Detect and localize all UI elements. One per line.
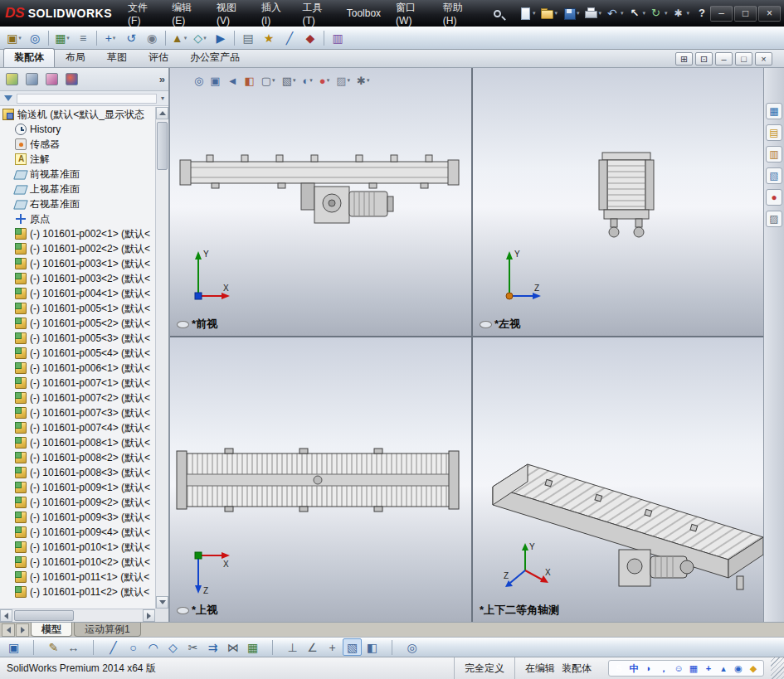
tab-scroll-right-button[interactable] [16,623,29,637]
tree-item[interactable]: (-) 101601-p008<1> (默认< [0,435,155,450]
tree-item[interactable]: (-) 101601-p011<2> (默认< [0,584,155,599]
arc-button[interactable]: ◠ [144,638,163,656]
linear-component-pattern-button[interactable]: ▦ ▾ [52,28,72,48]
tree-item[interactable]: (-) 101601-p005<1> (默认< [0,301,155,316]
trim-entities-button[interactable]: ✂ [183,638,202,656]
viewport-isometric[interactable]: Y X Z *上下二等角轴测 [473,337,763,622]
menu-item[interactable]: Toolbox [339,0,388,27]
new-document-button[interactable]: ▾ [516,3,538,23]
command-tab[interactable]: 办公室产品 [179,48,251,67]
dropdown-caret-icon[interactable]: ▾ [533,10,536,17]
tree-item[interactable]: (-) 101601-p006<1> (默认< [0,361,155,376]
window-maximize-button[interactable]: □ [734,6,757,22]
scroll-right-button[interactable] [143,609,155,622]
dropdown-caret-icon[interactable]: ▾ [184,35,187,41]
viewport-front[interactable]: ◎ ▾ ▣ ▾ ◄ ▾ ◧ ▾ [170,68,471,336]
viewport-layout-button[interactable]: ⊞ [675,52,693,65]
exploded-view-button[interactable]: ★ ▾ [259,28,279,48]
view-palette-tab[interactable]: ▧ [766,167,782,184]
edit-appearance-button[interactable]: ● ▾ [317,72,332,89]
custom-properties-tab[interactable]: ▨ [766,211,782,227]
ime-user-button[interactable]: ◉ [732,662,745,675]
tree-item[interactable]: (-) 101601-p005<2> (默认< [0,316,155,331]
rotate-component-button[interactable]: ↺ ▾ [121,28,141,48]
tree-item[interactable]: (-) 101601-p009<2> (默认< [0,495,155,510]
dropdown-caret-icon[interactable]: ▾ [203,35,207,41]
viewport-splitter-horizontal[interactable] [170,336,763,337]
menu-item[interactable]: 文件(F) [120,0,164,27]
tree-item[interactable]: 原点 [0,211,155,226]
vertical-scroll-thumb[interactable] [157,122,168,170]
tree-item[interactable]: 前视基准面 [0,167,155,182]
view-settings-button[interactable]: ✱ ▾ [354,72,372,89]
zoom-to-fit-button[interactable]: ◎ ▾ [192,72,206,89]
show-hidden-components-button[interactable]: ◉ ▾ [142,28,162,48]
circle-button[interactable]: ○ [124,638,143,656]
command-tab[interactable]: 评估 [138,48,179,67]
tree-item[interactable]: (-) 101601-p005<4> (默认< [0,346,155,361]
tree-horizontal-scrollbar[interactable] [0,609,155,622]
rebuild-button[interactable]: ▾ [648,3,670,23]
viewport-single-button[interactable]: ⊡ [695,52,713,65]
tree-item[interactable]: (-) 101601-p009<3> (默认< [0,510,155,525]
select-tool-button[interactable]: ▾ [626,3,648,23]
convert-entities-button[interactable]: ⇉ [203,638,222,656]
bill-of-materials-button[interactable]: ▤ ▾ [238,28,258,48]
separator[interactable]: ▾ [321,28,327,48]
view-orientation-button[interactable]: ▢ ▾ [259,72,278,89]
insert-component-button[interactable]: ▣ ▾ [4,28,24,48]
linear-sketch-pattern-button[interactable]: ▦ [243,638,262,656]
reference-geometry-button[interactable]: ◇ ▾ [190,28,210,48]
viewport-left[interactable]: Y Z *左视 [473,68,763,336]
tree-item[interactable]: (-) 101601-p008<2> (默认< [0,450,155,465]
soft-keyboard-button[interactable]: ▦ [687,662,700,675]
featuremanager-design-tree-tab[interactable] [3,70,21,88]
bottom-tab[interactable]: 模型 [31,623,72,637]
separator[interactable]: ▾ [46,28,51,48]
dropdown-caret-icon[interactable]: ▾ [642,10,645,17]
zoom-to-area-button[interactable]: ▣ ▾ [207,72,222,89]
viewport-top[interactable]: X Z *上视 [170,337,471,622]
dropdown-caret-icon[interactable]: ▾ [621,10,624,17]
command-tab[interactable]: 布局 [55,48,96,67]
design-library-tab[interactable]: ▤ [766,124,782,141]
separator[interactable] [24,638,43,656]
input-mode-chinese[interactable]: 中 [627,662,640,675]
dropdown-caret-icon[interactable]: ▾ [598,10,601,17]
tree-item[interactable]: (-) 101601-p002<1> (默认< [0,226,155,241]
sketch-button[interactable]: ✎ [44,638,63,656]
separator[interactable]: ▾ [231,28,237,48]
displaymanager-tab[interactable] [63,70,80,88]
horizontal-scroll-thumb[interactable] [14,610,74,621]
tree-root-assembly[interactable]: 输送机 (默认<默认_显示状态 [0,107,155,122]
help-button[interactable]: ▾ [692,3,710,23]
dropdown-caret-icon[interactable]: ▾ [686,10,689,17]
separator[interactable] [84,638,103,656]
magnify-button[interactable]: ◎ [402,638,421,656]
sogou-input-logo[interactable]: S [612,662,626,675]
tree-item[interactable]: (-) 101601-p004<1> (默认< [0,286,155,301]
save-button[interactable]: ▣ [4,638,23,656]
dropdown-caret-icon[interactable]: ▾ [554,10,558,17]
scroll-down-button[interactable] [156,596,168,609]
filter-input[interactable] [17,94,157,104]
separator[interactable]: ▾ [94,28,100,48]
line-button[interactable]: ╱ [104,638,123,656]
angle-snap-button[interactable]: ∠ [303,638,322,656]
smart-dimension-button[interactable]: ↔ [64,638,83,656]
tree-item[interactable]: 注解 [0,152,155,167]
menu-item[interactable]: 插入(I) [254,0,295,27]
input-settings-button[interactable]: + [702,662,715,675]
section-view-button[interactable]: ◧ ▾ [242,72,257,89]
save-document-button[interactable]: ▾ [560,3,582,23]
tree-item[interactable]: (-) 101601-p005<3> (默认< [0,331,155,346]
scroll-up-button[interactable] [156,107,168,119]
front-view-conveyor-drawing[interactable] [178,147,460,242]
panel-expand-chevron[interactable]: » [159,73,165,85]
dropdown-caret-icon[interactable]: ▾ [665,10,668,17]
tree-item[interactable]: (-) 101601-p011<1> (默认< [0,570,155,584]
options-button[interactable]: ▾ [670,3,692,23]
language-bar-arrow[interactable]: ▴ [717,662,730,675]
tree-item[interactable]: (-) 101601-p009<4> (默认< [0,525,155,540]
tree-item[interactable]: (-) 101601-p007<3> (默认< [0,405,155,420]
